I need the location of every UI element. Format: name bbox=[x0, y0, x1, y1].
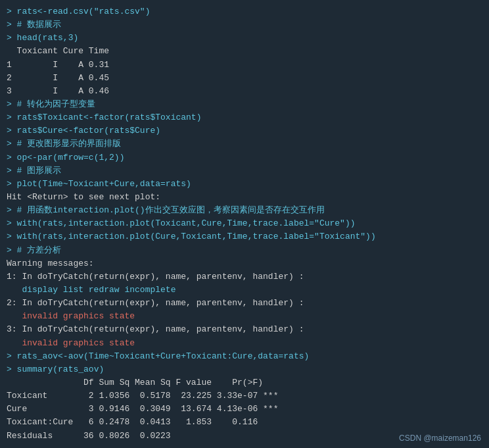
code-text: # 用函数interaction.plot()作出交互效应图，考察因素间是否存在… bbox=[12, 205, 325, 215]
console-line: > op<-par(mfrow=c(1,2)) bbox=[7, 151, 482, 164]
prompt-symbol: > bbox=[7, 364, 12, 374]
prompt-symbol: > bbox=[7, 153, 12, 162]
prompt-symbol: > bbox=[7, 33, 12, 43]
code-text: # 转化为因子型变量 bbox=[12, 99, 95, 109]
console-line: > rats<-read.csv("rats.csv") bbox=[7, 5, 482, 18]
console-line: 2 I A 0.45 bbox=[7, 72, 482, 85]
code-text: rats$Cure<-factor(rats$Cure) bbox=[12, 126, 160, 136]
console-line: Toxicant 2 1.0356 0.5178 23.225 3.33e-07… bbox=[7, 389, 482, 403]
code-text: # 图形展示 bbox=[12, 166, 61, 176]
console-line: invalid graphics state bbox=[7, 310, 482, 323]
console-line: 3 I A 0.46 bbox=[7, 85, 482, 98]
console-line: > summary(rats_aov) bbox=[7, 363, 482, 376]
prompt-symbol: > bbox=[7, 166, 12, 176]
code-text: # 更改图形显示的界面排版 bbox=[12, 139, 121, 149]
console-line: > # 转化为因子型变量 bbox=[7, 98, 482, 111]
console-line: 3: In doTryCatch(return(expr), name, par… bbox=[7, 323, 482, 336]
console-line: > # 更改图形显示的界面排版 bbox=[7, 137, 482, 151]
prompt-symbol: > bbox=[7, 205, 12, 215]
console-line: > # 用函数interaction.plot()作出交互效应图，考察因素间是否… bbox=[7, 204, 482, 217]
console-line: Hit <Return> to see next plot: bbox=[7, 191, 482, 204]
prompt-symbol: > bbox=[7, 112, 12, 122]
console-output: > rats<-read.csv("rats.csv")> # 数据展示> he… bbox=[7, 5, 482, 443]
code-text: with(rats,interaction.plot(Toxicant,Cure… bbox=[12, 218, 356, 228]
code-text: rats$Toxicant<-factor(rats$Toxicant) bbox=[12, 112, 202, 122]
prompt-symbol: > bbox=[7, 351, 12, 361]
console-line: Warning messages: bbox=[7, 257, 482, 270]
code-text: rats<-read.csv("rats.csv") bbox=[12, 7, 151, 16]
code-text: # 数据展示 bbox=[12, 20, 61, 30]
prompt-symbol: > bbox=[7, 232, 12, 241]
console-line: Df Sum Sq Mean Sq F value Pr(>F) bbox=[7, 376, 482, 389]
prompt-symbol: > bbox=[7, 20, 12, 30]
prompt-symbol: > bbox=[7, 179, 12, 189]
console-line: > with(rats,interaction.plot(Toxicant,Cu… bbox=[7, 217, 482, 230]
console-line: > with(rats,interaction.plot(Cure,Toxica… bbox=[7, 230, 482, 243]
console-line: > rats$Cure<-factor(rats$Cure) bbox=[7, 124, 482, 137]
code-text: summary(rats_aov) bbox=[12, 364, 104, 374]
prompt-symbol: > bbox=[7, 139, 12, 149]
code-text: plot(Time~Toxicant+Cure,data=rats) bbox=[12, 179, 191, 189]
console-line: Toxicant Cure Time bbox=[7, 45, 482, 58]
console-line: Toxicant:Cure 6 0.2478 0.0413 1.853 0.11… bbox=[7, 416, 482, 429]
code-text: rats_aov<-aov(Time~Toxicant+Cure+Toxican… bbox=[12, 351, 309, 361]
console-line: Cure 3 0.9146 0.3049 13.674 4.13e-06 *** bbox=[7, 403, 482, 416]
console-line: > rats$Toxicant<-factor(rats$Toxicant) bbox=[7, 111, 482, 124]
prompt-symbol: > bbox=[7, 218, 12, 228]
code-text: with(rats,interaction.plot(Cure,Toxicant… bbox=[12, 232, 376, 241]
prompt-symbol: > bbox=[7, 126, 12, 136]
console-line: 2: In doTryCatch(return(expr), name, par… bbox=[7, 297, 482, 310]
code-text: op<-par(mfrow=c(1,2)) bbox=[12, 153, 125, 162]
console-line: > # 方差分析 bbox=[7, 244, 482, 257]
console-line: > head(rats,3) bbox=[7, 32, 482, 45]
console-line: > rats_aov<-aov(Time~Toxicant+Cure+Toxic… bbox=[7, 350, 482, 363]
console-line: invalid graphics state bbox=[7, 337, 482, 350]
console-line: 1 I A 0.31 bbox=[7, 59, 482, 72]
prompt-symbol: > bbox=[7, 245, 12, 255]
console-line: > # 数据展示 bbox=[7, 18, 482, 32]
watermark: CSDN @maizeman126 bbox=[399, 434, 481, 443]
console-line: > # 图形展示 bbox=[7, 164, 482, 178]
code-text: # 方差分析 bbox=[12, 245, 61, 255]
console-line: display list redraw incomplete bbox=[7, 284, 482, 297]
prompt-symbol: > bbox=[7, 99, 12, 109]
console-line: > plot(Time~Toxicant+Cure,data=rats) bbox=[7, 178, 482, 191]
prompt-symbol: > bbox=[7, 7, 12, 16]
console-line: 1: In doTryCatch(return(expr), name, par… bbox=[7, 270, 482, 284]
code-text: head(rats,3) bbox=[12, 33, 78, 43]
